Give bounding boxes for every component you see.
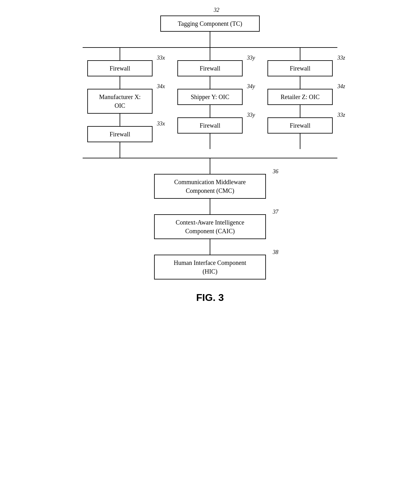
caic-ref: 37 bbox=[273, 209, 278, 215]
fw-top-right-label: Firewall bbox=[290, 65, 311, 72]
col-left: 33x Firewall 34x Manufacturer X: OIC 33x… bbox=[83, 48, 157, 158]
fw-mid-right-wrapper: 33z Firewall bbox=[267, 117, 333, 134]
fig-caption: FIG. 3 bbox=[196, 292, 224, 303]
vline-right-3 bbox=[300, 105, 300, 117]
oic-center-label: Shipper Y: OIC bbox=[191, 93, 229, 100]
fw-mid-center-label: Firewall bbox=[200, 122, 221, 129]
tc-box: Tagging Component (TC) bbox=[160, 16, 260, 32]
fw-mid-left-wrapper: 33x Firewall bbox=[87, 126, 153, 142]
diagram-container: 32 Tagging Component (TC) 33x Firewall 3… bbox=[39, 12, 381, 303]
fw-mid-right-ref: 33z bbox=[337, 112, 345, 118]
vline-to-caic bbox=[210, 199, 210, 214]
oic-right-wrapper: 34z Retailer Z: OIC bbox=[267, 89, 333, 105]
vline-center-1 bbox=[210, 48, 210, 60]
fw-top-left-wrapper: 33x Firewall bbox=[87, 60, 153, 76]
hic-ref: 38 bbox=[273, 249, 278, 256]
hic-box: Human Interface Component (HIC) bbox=[154, 255, 266, 279]
fw-mid-left-box: Firewall bbox=[87, 126, 153, 142]
fw-top-left-box: Firewall bbox=[87, 60, 153, 76]
fw-mid-center-box: Firewall bbox=[177, 117, 243, 134]
fw-mid-left-ref: 33x bbox=[157, 120, 165, 127]
fw-top-right-ref: 33z bbox=[337, 55, 345, 61]
vline-center-2 bbox=[210, 76, 210, 89]
vline-left-3 bbox=[120, 114, 120, 126]
cmc-ref: 36 bbox=[273, 168, 278, 175]
oic-center-box: Shipper Y: OIC bbox=[177, 89, 243, 105]
vline-center-3 bbox=[210, 105, 210, 117]
vline-right-2 bbox=[300, 76, 300, 89]
oic-center-wrapper: 34y Shipper Y: OIC bbox=[177, 89, 243, 105]
fw-top-center-ref: 33y bbox=[247, 55, 255, 61]
cmc-label: Communication Middleware Component (CMC) bbox=[174, 179, 246, 194]
vline-left-2 bbox=[120, 76, 120, 89]
oic-right-ref: 34z bbox=[337, 83, 345, 90]
oic-left-wrapper: 34x Manufacturer X: OIC bbox=[87, 89, 153, 114]
vline-to-cmc bbox=[210, 158, 210, 174]
cmc-box: Communication Middleware Component (CMC) bbox=[154, 174, 266, 199]
vline-tc-down bbox=[210, 32, 210, 47]
fw-mid-center-ref: 33y bbox=[247, 112, 255, 118]
col-center: 33y Firewall 34y Shipper Y: OIC 33y Fire… bbox=[173, 48, 247, 149]
fw-top-left-ref: 33x bbox=[157, 55, 165, 61]
hic-label: Human Interface Component (HIC) bbox=[174, 259, 246, 275]
vline-to-hic bbox=[210, 239, 210, 255]
vline-center-4 bbox=[210, 134, 210, 149]
fw-mid-center-wrapper: 33y Firewall bbox=[177, 117, 243, 134]
oic-left-label: Manufacturer X: OIC bbox=[99, 93, 141, 109]
top-row: 33x Firewall 34x Manufacturer X: OIC 33x… bbox=[83, 48, 337, 158]
col-right: 33z Firewall 34z Retailer Z: OIC 33z Fir… bbox=[263, 48, 337, 149]
vline-left-4 bbox=[120, 142, 120, 158]
hic-wrapper: 38 Human Interface Component (HIC) bbox=[154, 255, 266, 279]
fw-mid-right-box: Firewall bbox=[267, 117, 333, 134]
fw-top-left-label: Firewall bbox=[110, 65, 130, 72]
fw-mid-right-label: Firewall bbox=[290, 122, 311, 129]
fw-top-center-box: Firewall bbox=[177, 60, 243, 76]
tc-ref-label: 32 bbox=[214, 7, 219, 13]
vline-right-1 bbox=[300, 48, 300, 60]
fw-top-center-wrapper: 33y Firewall bbox=[177, 60, 243, 76]
oic-center-ref: 34y bbox=[247, 83, 255, 90]
caic-box: Context-Aware Intelligence Component (CA… bbox=[154, 214, 266, 239]
oic-right-box: Retailer Z: OIC bbox=[267, 89, 333, 105]
fw-top-right-wrapper: 33z Firewall bbox=[267, 60, 333, 76]
oic-left-box: Manufacturer X: OIC bbox=[87, 89, 153, 114]
oic-right-label: Retailer Z: OIC bbox=[281, 93, 320, 100]
fw-top-right-box: Firewall bbox=[267, 60, 333, 76]
fw-top-center-label: Firewall bbox=[200, 65, 221, 72]
vline-right-4 bbox=[300, 134, 300, 149]
oic-left-ref: 34x bbox=[157, 83, 165, 90]
cmc-wrapper: 36 Communication Middleware Component (C… bbox=[154, 174, 266, 199]
vline-left-1 bbox=[120, 48, 120, 60]
caic-wrapper: 37 Context-Aware Intelligence Component … bbox=[154, 214, 266, 239]
tc-label: Tagging Component (TC) bbox=[178, 20, 242, 27]
caic-label: Context-Aware Intelligence Component (CA… bbox=[176, 219, 244, 234]
fw-mid-left-label: Firewall bbox=[110, 131, 130, 138]
